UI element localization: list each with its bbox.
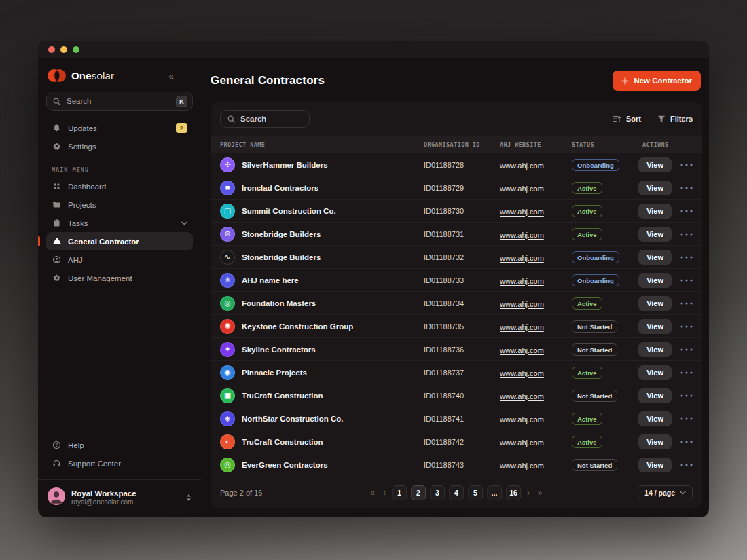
view-button[interactable]: View <box>638 365 672 380</box>
table-row: ◐ TruCraft Construction ID01188742 www.a… <box>211 430 702 453</box>
sort-button[interactable]: Sort <box>612 115 641 123</box>
ahj-website-link[interactable]: www.ahj.com <box>500 392 544 400</box>
next-page-button[interactable]: › <box>525 488 532 498</box>
chevron-down-icon <box>181 221 187 225</box>
sidebar-item-help[interactable]: ? Help <box>46 436 193 454</box>
workspace-switcher[interactable]: Royal Workspace royal@onesolar.com <box>46 480 193 509</box>
page-button[interactable]: 1 <box>392 485 407 500</box>
pagination-bar: Page 2 of 16 « ‹ 12345...16 › » 14 / pag… <box>211 477 702 508</box>
row-menu-icon[interactable] <box>680 441 693 443</box>
view-button[interactable]: View <box>638 411 672 426</box>
row-menu-icon[interactable] <box>680 279 693 282</box>
minimize-window-icon[interactable] <box>60 46 67 53</box>
page-button[interactable]: 4 <box>449 485 464 500</box>
workspace-avatar <box>48 487 65 508</box>
filter-icon <box>657 115 666 123</box>
sidebar-item-projects[interactable]: Projects <box>46 195 193 214</box>
ahj-website-link[interactable]: www.ahj.com <box>500 254 544 262</box>
main-menu-section-label: MAIN MENU <box>52 166 187 173</box>
row-menu-icon[interactable] <box>680 302 693 305</box>
ahj-website-link[interactable]: www.ahj.com <box>500 462 544 470</box>
ahj-website-link[interactable]: www.ahj.com <box>500 208 544 216</box>
ahj-website-link[interactable]: www.ahj.com <box>500 231 544 239</box>
sidebar-item-dashboard[interactable]: Dashboard <box>46 177 193 195</box>
row-menu-icon[interactable] <box>680 348 693 351</box>
organisation-id: ID01188728 <box>424 161 500 169</box>
ahj-website-link[interactable]: www.ahj.com <box>500 162 544 170</box>
view-button[interactable]: View <box>638 273 672 288</box>
sidebar-item-user-management[interactable]: User Management <box>46 269 193 287</box>
view-button[interactable]: View <box>638 227 672 242</box>
workspace-toggle-icon[interactable] <box>186 493 192 502</box>
row-menu-icon[interactable] <box>680 187 693 189</box>
view-button[interactable]: View <box>638 342 672 357</box>
ahj-website-link[interactable]: www.ahj.com <box>500 346 544 354</box>
project-name: TruCraft Construction <box>242 438 323 446</box>
sidebar-item-general-contractor[interactable]: General Contractor <box>46 232 193 250</box>
filters-button[interactable]: Filters <box>657 115 693 123</box>
page-button[interactable]: ... <box>487 485 502 500</box>
table-row: ◈ NorthStar Construction Co. ID01188741 … <box>211 407 702 430</box>
sidebar-search[interactable]: K <box>46 92 193 111</box>
view-button[interactable]: View <box>638 388 672 403</box>
sidebar-item-tasks[interactable]: Tasks <box>46 214 193 232</box>
row-menu-icon[interactable] <box>680 256 693 259</box>
page-summary: Page 2 of 16 <box>220 489 262 497</box>
view-button[interactable]: View <box>638 319 672 334</box>
collapse-sidebar-icon[interactable]: « <box>168 71 192 81</box>
sidebar-search-input[interactable] <box>67 97 171 105</box>
view-button[interactable]: View <box>638 296 672 311</box>
ahj-website-link[interactable]: www.ahj.com <box>500 438 544 447</box>
row-menu-icon[interactable] <box>680 371 693 374</box>
view-button[interactable]: View <box>638 204 672 219</box>
onesolar-logo-icon <box>48 69 66 82</box>
row-menu-icon[interactable] <box>680 394 693 397</box>
view-button[interactable]: View <box>638 434 672 449</box>
page-button[interactable]: 5 <box>468 485 483 500</box>
ahj-website-link[interactable]: www.ahj.com <box>500 300 544 308</box>
view-button[interactable]: View <box>638 157 672 172</box>
status-badge: Not Started <box>572 459 617 471</box>
last-page-button[interactable]: » <box>536 488 545 498</box>
page-button[interactable]: 16 <box>506 485 521 500</box>
sidebar-item-ahj[interactable]: AHJ <box>46 250 193 269</box>
sidebar-item-settings[interactable]: Settings <box>46 137 193 155</box>
page-button[interactable]: 2 <box>411 485 426 500</box>
row-menu-icon[interactable] <box>680 210 693 212</box>
table-search-input[interactable] <box>240 115 303 123</box>
keyboard-shortcut-badge: K <box>176 96 187 107</box>
new-contractor-button[interactable]: New Contractor <box>613 71 701 91</box>
maximize-window-icon[interactable] <box>73 46 79 53</box>
view-button[interactable]: View <box>638 181 672 195</box>
search-icon <box>227 115 236 124</box>
page-size-select[interactable]: 14 / page <box>638 485 693 500</box>
table-search[interactable] <box>220 110 310 128</box>
table-toolbar: Sort Filters <box>211 102 702 136</box>
table-body: ✣ SilverHammer Builders ID01188728 www.a… <box>211 153 702 476</box>
page-button[interactable]: 3 <box>430 485 445 500</box>
ahj-website-link[interactable]: www.ahj.com <box>500 277 544 285</box>
ahj-website-link[interactable]: www.ahj.com <box>500 323 544 331</box>
ahj-website-link[interactable]: www.ahj.com <box>500 415 544 424</box>
row-menu-icon[interactable] <box>680 417 693 420</box>
organisation-id: ID01188743 <box>424 461 500 469</box>
row-menu-icon[interactable] <box>680 325 693 328</box>
first-page-button[interactable]: « <box>368 488 377 498</box>
sidebar-bottom-list: ? Help Support Center <box>46 436 193 472</box>
view-button[interactable]: View <box>638 458 672 472</box>
folder-icon <box>52 200 62 209</box>
view-button[interactable]: View <box>638 250 672 265</box>
pager: « ‹ 12345...16 › » <box>368 485 544 500</box>
company-logo-icon: ✳ <box>220 273 235 288</box>
sidebar-item-support-center[interactable]: Support Center <box>46 454 193 472</box>
sidebar-item-updates[interactable]: Updates 2 <box>46 119 193 137</box>
row-menu-icon[interactable] <box>680 464 693 466</box>
ahj-website-link[interactable]: www.ahj.com <box>500 369 544 377</box>
close-window-icon[interactable] <box>48 46 55 53</box>
workspace-email: royal@onesolar.com <box>71 498 136 506</box>
prev-page-button[interactable]: ‹ <box>381 488 388 498</box>
row-menu-icon[interactable] <box>680 164 693 166</box>
ahj-website-link[interactable]: www.ahj.com <box>500 185 544 193</box>
row-menu-icon[interactable] <box>680 233 693 236</box>
status-badge: Not Started <box>572 320 617 333</box>
